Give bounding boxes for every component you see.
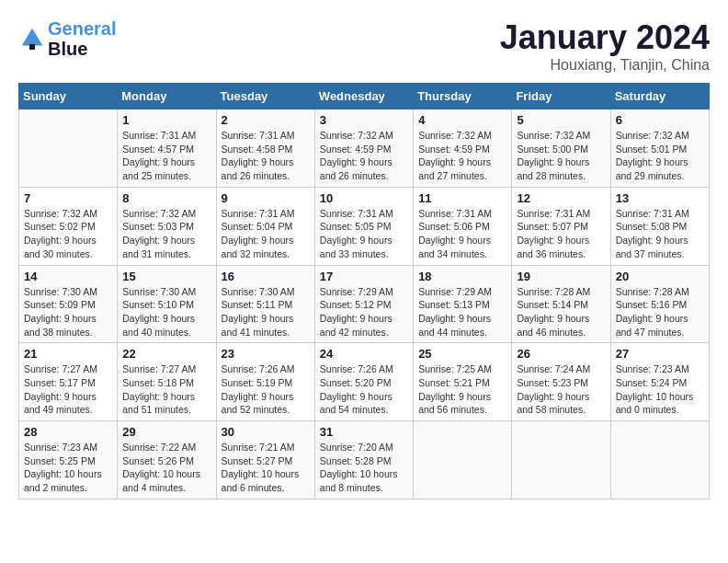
calendar-cell: 26Sunrise: 7:24 AM Sunset: 5:23 PM Dayli… <box>512 343 610 421</box>
calendar-cell <box>19 109 118 188</box>
calendar-week-1: 1Sunrise: 7:31 AM Sunset: 4:57 PM Daylig… <box>19 109 710 188</box>
calendar-cell: 25Sunrise: 7:25 AM Sunset: 5:21 PM Dayli… <box>414 343 512 421</box>
day-number: 31 <box>320 425 408 439</box>
logo-icon <box>18 25 46 52</box>
calendar-cell: 1Sunrise: 7:31 AM Sunset: 4:57 PM Daylig… <box>118 109 216 188</box>
day-info: Sunrise: 7:30 AM Sunset: 5:11 PM Dayligh… <box>222 285 310 339</box>
calendar-table: SundayMondayTuesdayWednesdayThursdayFrid… <box>18 83 710 500</box>
day-number: 9 <box>222 191 310 205</box>
day-number: 5 <box>517 113 605 127</box>
logo-blue: Blue <box>48 39 116 59</box>
day-info: Sunrise: 7:22 AM Sunset: 5:26 PM Dayligh… <box>122 441 210 495</box>
title-block: January 2024 Houxiang, Tianjin, China <box>500 18 710 74</box>
logo-general: General <box>48 18 116 39</box>
day-info: Sunrise: 7:27 AM Sunset: 5:18 PM Dayligh… <box>122 362 210 417</box>
day-info: Sunrise: 7:29 AM Sunset: 5:13 PM Dayligh… <box>418 285 506 339</box>
day-info: Sunrise: 7:26 AM Sunset: 5:19 PM Dayligh… <box>222 362 310 417</box>
day-number: 16 <box>222 270 310 283</box>
calendar-cell <box>414 421 512 500</box>
day-number: 25 <box>418 347 506 361</box>
day-number: 11 <box>418 191 506 205</box>
day-number: 23 <box>222 347 310 361</box>
day-info: Sunrise: 7:31 AM Sunset: 5:06 PM Dayligh… <box>418 207 506 261</box>
day-info: Sunrise: 7:30 AM Sunset: 5:09 PM Dayligh… <box>24 285 112 339</box>
day-info: Sunrise: 7:31 AM Sunset: 4:58 PM Dayligh… <box>222 129 310 183</box>
calendar-cell: 6Sunrise: 7:32 AM Sunset: 5:01 PM Daylig… <box>610 109 709 188</box>
day-info: Sunrise: 7:32 AM Sunset: 5:03 PM Dayligh… <box>122 207 210 261</box>
day-info: Sunrise: 7:30 AM Sunset: 5:10 PM Dayligh… <box>122 285 210 339</box>
day-info: Sunrise: 7:21 AM Sunset: 5:27 PM Dayligh… <box>222 441 310 495</box>
day-info: Sunrise: 7:23 AM Sunset: 5:24 PM Dayligh… <box>616 362 704 417</box>
day-info: Sunrise: 7:29 AM Sunset: 5:12 PM Dayligh… <box>320 285 408 339</box>
logo: General Blue <box>18 18 116 59</box>
calendar-cell: 15Sunrise: 7:30 AM Sunset: 5:10 PM Dayli… <box>118 265 216 343</box>
calendar-cell: 30Sunrise: 7:21 AM Sunset: 5:27 PM Dayli… <box>216 421 314 500</box>
calendar-cell: 29Sunrise: 7:22 AM Sunset: 5:26 PM Dayli… <box>118 421 216 500</box>
day-info: Sunrise: 7:31 AM Sunset: 5:05 PM Dayligh… <box>320 207 408 261</box>
calendar-cell <box>512 421 610 500</box>
day-info: Sunrise: 7:20 AM Sunset: 5:28 PM Dayligh… <box>320 441 408 495</box>
weekday-header-thursday: Thursday <box>414 84 512 109</box>
calendar-cell: 8Sunrise: 7:32 AM Sunset: 5:03 PM Daylig… <box>118 187 216 265</box>
day-info: Sunrise: 7:23 AM Sunset: 5:25 PM Dayligh… <box>24 441 112 495</box>
svg-rect-1 <box>29 44 35 50</box>
calendar-cell: 18Sunrise: 7:29 AM Sunset: 5:13 PM Dayli… <box>414 265 512 343</box>
calendar-cell: 3Sunrise: 7:32 AM Sunset: 4:59 PM Daylig… <box>314 109 413 188</box>
day-number: 10 <box>320 191 408 205</box>
day-number: 19 <box>517 270 605 283</box>
calendar-cell: 14Sunrise: 7:30 AM Sunset: 5:09 PM Dayli… <box>19 265 118 343</box>
calendar-cell: 20Sunrise: 7:28 AM Sunset: 5:16 PM Dayli… <box>610 265 709 343</box>
calendar-cell: 22Sunrise: 7:27 AM Sunset: 5:18 PM Dayli… <box>118 343 216 421</box>
day-number: 6 <box>616 113 704 127</box>
weekday-header-saturday: Saturday <box>610 84 709 109</box>
day-info: Sunrise: 7:31 AM Sunset: 4:57 PM Dayligh… <box>122 129 210 183</box>
page-header: General Blue January 2024 Houxiang, Tian… <box>18 18 710 74</box>
weekday-header-monday: Monday <box>118 84 216 109</box>
calendar-cell: 12Sunrise: 7:31 AM Sunset: 5:07 PM Dayli… <box>512 187 610 265</box>
day-number: 14 <box>24 270 112 283</box>
weekday-header-friday: Friday <box>512 84 610 109</box>
day-info: Sunrise: 7:25 AM Sunset: 5:21 PM Dayligh… <box>418 362 506 417</box>
day-info: Sunrise: 7:32 AM Sunset: 5:00 PM Dayligh… <box>517 129 605 183</box>
day-number: 2 <box>222 113 310 127</box>
day-number: 15 <box>122 270 210 283</box>
location-subtitle: Houxiang, Tianjin, China <box>500 57 710 74</box>
day-number: 13 <box>616 191 704 205</box>
day-info: Sunrise: 7:32 AM Sunset: 5:01 PM Dayligh… <box>616 129 704 183</box>
day-number: 21 <box>24 347 112 361</box>
calendar-cell: 17Sunrise: 7:29 AM Sunset: 5:12 PM Dayli… <box>314 265 413 343</box>
day-info: Sunrise: 7:32 AM Sunset: 4:59 PM Dayligh… <box>418 129 506 183</box>
weekday-header-sunday: Sunday <box>19 84 118 109</box>
day-number: 30 <box>222 425 310 439</box>
day-number: 1 <box>122 113 210 127</box>
day-number: 17 <box>320 270 408 283</box>
day-number: 24 <box>320 347 408 361</box>
day-number: 7 <box>24 191 112 205</box>
calendar-cell: 27Sunrise: 7:23 AM Sunset: 5:24 PM Dayli… <box>610 343 709 421</box>
weekday-header-tuesday: Tuesday <box>216 84 314 109</box>
calendar-cell: 7Sunrise: 7:32 AM Sunset: 5:02 PM Daylig… <box>19 187 118 265</box>
day-info: Sunrise: 7:28 AM Sunset: 5:14 PM Dayligh… <box>517 285 605 339</box>
month-title: January 2024 <box>500 18 710 57</box>
day-info: Sunrise: 7:31 AM Sunset: 5:04 PM Dayligh… <box>222 207 310 261</box>
day-number: 18 <box>418 270 506 283</box>
calendar-week-4: 21Sunrise: 7:27 AM Sunset: 5:17 PM Dayli… <box>19 343 710 421</box>
calendar-cell: 13Sunrise: 7:31 AM Sunset: 5:08 PM Dayli… <box>610 187 709 265</box>
svg-marker-0 <box>22 29 43 46</box>
day-number: 27 <box>616 347 704 361</box>
calendar-week-3: 14Sunrise: 7:30 AM Sunset: 5:09 PM Dayli… <box>19 265 710 343</box>
day-info: Sunrise: 7:31 AM Sunset: 5:08 PM Dayligh… <box>616 207 704 261</box>
day-number: 3 <box>320 113 408 127</box>
calendar-cell: 28Sunrise: 7:23 AM Sunset: 5:25 PM Dayli… <box>19 421 118 500</box>
calendar-cell: 2Sunrise: 7:31 AM Sunset: 4:58 PM Daylig… <box>216 109 314 188</box>
day-number: 26 <box>517 347 605 361</box>
weekday-header-row: SundayMondayTuesdayWednesdayThursdayFrid… <box>19 84 710 109</box>
calendar-cell: 21Sunrise: 7:27 AM Sunset: 5:17 PM Dayli… <box>19 343 118 421</box>
calendar-cell: 24Sunrise: 7:26 AM Sunset: 5:20 PM Dayli… <box>314 343 413 421</box>
calendar-cell: 10Sunrise: 7:31 AM Sunset: 5:05 PM Dayli… <box>314 187 413 265</box>
calendar-cell: 4Sunrise: 7:32 AM Sunset: 4:59 PM Daylig… <box>414 109 512 188</box>
day-number: 29 <box>122 425 210 439</box>
calendar-cell: 11Sunrise: 7:31 AM Sunset: 5:06 PM Dayli… <box>414 187 512 265</box>
calendar-cell: 31Sunrise: 7:20 AM Sunset: 5:28 PM Dayli… <box>314 421 413 500</box>
day-info: Sunrise: 7:24 AM Sunset: 5:23 PM Dayligh… <box>517 362 605 417</box>
